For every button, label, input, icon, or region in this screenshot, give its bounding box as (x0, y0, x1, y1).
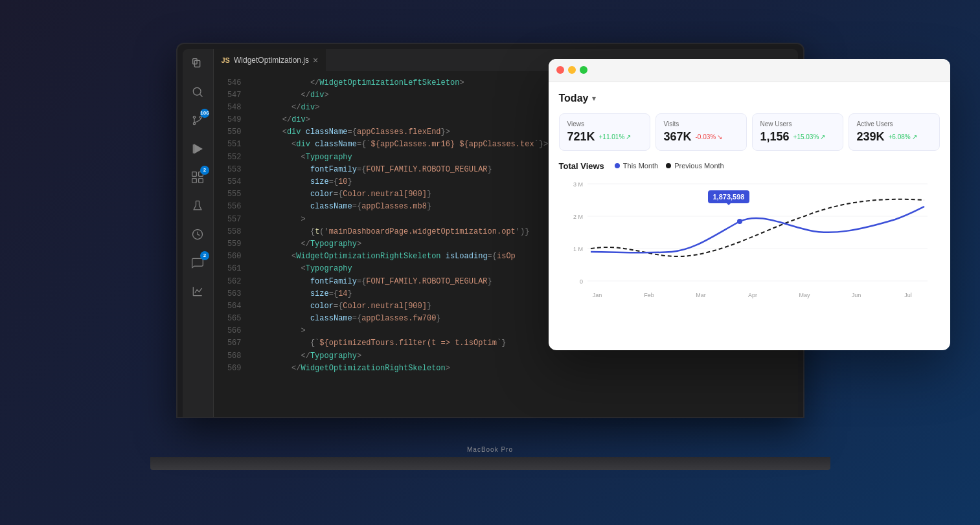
metric-value-new-users: 1,156 (760, 130, 790, 144)
svg-text:1 M: 1 M (573, 246, 582, 252)
editor-tab[interactable]: JS WidgetOptimization.js × (214, 49, 327, 72)
svg-point-6 (193, 116, 195, 118)
tab-close-button[interactable]: × (313, 56, 318, 65)
svg-rect-10 (192, 172, 197, 176)
dashboard-title: Today (559, 93, 589, 104)
sidebar-icon-analytics[interactable] (188, 282, 207, 300)
chart-tooltip: 1,873,598 (708, 190, 750, 203)
traffic-light-yellow[interactable] (568, 66, 576, 74)
svg-text:May: May (799, 292, 810, 298)
metric-card-views: Views 721K +11.01% ↗ (559, 113, 650, 151)
metric-change-new-users: +15.03% ↗ (793, 133, 826, 140)
laptop-base (150, 457, 830, 470)
svg-text:Jan: Jan (592, 292, 602, 298)
svg-point-4 (193, 122, 195, 124)
scene: 106 (69, 20, 911, 506)
dashboard-header: Today ▾ (559, 93, 940, 104)
svg-text:0: 0 (579, 278, 582, 285)
svg-text:2 M: 2 M (573, 214, 582, 220)
period-dropdown[interactable]: ▾ (592, 94, 596, 103)
metric-label-views: Views (567, 120, 642, 128)
sidebar-icon-source-control[interactable]: 106 (188, 111, 207, 129)
metric-change-active-users: +6.08% ↗ (889, 133, 917, 140)
sidebar-icon-extensions[interactable]: 2 (188, 168, 207, 186)
sidebar-icon-files[interactable] (188, 54, 207, 73)
metric-change-visits: -0.03% ↘ (696, 133, 723, 140)
sidebar-icon-search[interactable] (188, 83, 207, 101)
svg-text:3 M: 3 M (573, 181, 582, 188)
chart-legend: This Month Previous Month (615, 162, 724, 170)
source-control-badge: 106 (200, 109, 209, 118)
metric-value-active-users: 239K (857, 130, 885, 144)
sidebar-icon-activity[interactable] (188, 225, 207, 243)
metric-value-row-visits: 367K -0.03% ↘ (664, 130, 738, 144)
metric-label-active-users: Active Users (857, 120, 931, 128)
trend-up-icon-2: ↗ (820, 133, 825, 140)
legend-label-this-month: This Month (623, 162, 658, 170)
sidebar-icon-run[interactable] (188, 140, 207, 158)
extensions-badge: 2 (200, 166, 209, 175)
dashboard-content: Today ▾ Views 721K +11.01% ↗ (549, 82, 950, 350)
metric-value-row-new-users: 1,156 +15.03% ↗ (760, 130, 835, 144)
svg-text:Jul: Jul (904, 292, 912, 298)
chart-title: Total Views (559, 161, 604, 171)
sidebar-icon-flask[interactable] (188, 197, 207, 215)
metric-value-visits: 367K (664, 130, 692, 144)
traffic-light-green[interactable] (580, 66, 587, 74)
trend-up-icon: ↗ (626, 133, 631, 140)
legend-previous-month: Previous Month (666, 162, 724, 170)
metric-label-new-users: New Users (760, 120, 835, 128)
svg-rect-13 (199, 178, 203, 183)
legend-this-month: This Month (615, 162, 658, 170)
legend-dot-blue (615, 163, 620, 168)
line-numbers: 546547548549 550551552553 554555556557 5… (214, 72, 249, 417)
legend-dot-black (666, 163, 671, 168)
sidebar-icon-messages[interactable]: 2 (188, 254, 207, 272)
chart-header: Total Views This Month Previous Month (559, 161, 940, 171)
svg-point-26 (737, 219, 742, 224)
dashboard-overlay: Today ▾ Views 721K +11.01% ↗ (549, 59, 950, 350)
metric-value-row-views: 721K +11.01% ↗ (567, 130, 642, 144)
metric-value-row-active-users: 239K +6.08% ↗ (857, 130, 931, 144)
svg-text:Feb: Feb (644, 292, 654, 298)
metric-card-active-users: Active Users 239K +6.08% ↗ (849, 113, 940, 151)
chart-section: Total Views This Month Previous Month (559, 161, 940, 307)
chart-container: 1,873,598 3 M 2 M 1 M 0 (559, 177, 940, 307)
svg-text:Apr: Apr (747, 292, 757, 298)
svg-line-3 (200, 94, 203, 96)
trend-down-icon: ↘ (717, 133, 722, 140)
metric-change-views: +11.01% ↗ (599, 133, 632, 140)
svg-marker-8 (194, 144, 202, 153)
metric-card-visits: Visits 367K -0.03% ↘ (655, 113, 747, 151)
tab-js-icon: JS (222, 56, 230, 64)
metric-label-visits: Visits (664, 120, 738, 128)
metric-value-views: 721K (567, 130, 595, 144)
dashboard-titlebar (549, 59, 950, 82)
tab-filename: WidgetOptimization.js (234, 56, 309, 65)
svg-point-2 (193, 87, 201, 95)
traffic-light-red[interactable] (556, 66, 564, 74)
trend-up-icon-3: ↗ (912, 133, 917, 140)
svg-rect-12 (192, 178, 197, 183)
messages-badge: 2 (200, 251, 209, 260)
svg-text:Jun: Jun (851, 292, 861, 298)
editor-sidebar: 106 (183, 49, 214, 417)
legend-label-previous-month: Previous Month (674, 162, 724, 170)
metrics-row: Views 721K +11.01% ↗ Visits 367K (559, 113, 940, 151)
metric-card-new-users: New Users 1,156 +15.03% ↗ (752, 113, 843, 151)
laptop-label: MacBook Pro (467, 446, 513, 453)
svg-text:Mar: Mar (696, 292, 706, 298)
